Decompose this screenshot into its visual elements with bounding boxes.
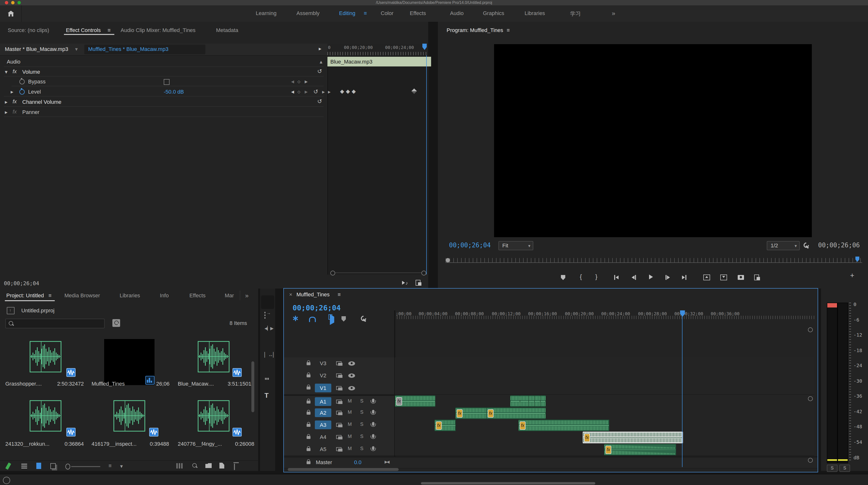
- step-back-button[interactable]: [631, 270, 636, 284]
- timeline-ruler[interactable]: ;00;00 00;00;04;00 00;00;08;00 00;00;12;…: [395, 310, 814, 319]
- mute-button[interactable]: M: [347, 409, 352, 415]
- sync-lock-icon[interactable]: [336, 400, 341, 403]
- audio-clip[interactable]: [583, 432, 683, 443]
- new-bin-icon[interactable]: [206, 463, 212, 468]
- type-tool[interactable]: T: [265, 391, 271, 398]
- track-lane-v1[interactable]: [395, 382, 814, 395]
- item-name[interactable]: Muffled_Tines: [92, 381, 137, 387]
- comparison-view-button[interactable]: [754, 270, 759, 284]
- lift-button[interactable]: [703, 270, 710, 284]
- program-menu-icon[interactable]: [507, 27, 510, 33]
- workspace-menu-icon[interactable]: [364, 10, 367, 16]
- selection-tool[interactable]: [265, 297, 271, 304]
- track-header-v3[interactable]: V3: [284, 358, 394, 370]
- freeform-view-icon[interactable]: [51, 463, 56, 469]
- program-video-frame[interactable]: [494, 44, 812, 237]
- bypass-next-keyframe-icon[interactable]: ▶: [305, 80, 308, 84]
- channel-volume-expand-icon[interactable]: [5, 99, 7, 105]
- track-lane-a2[interactable]: [395, 407, 814, 420]
- close-tab-icon[interactable]: ×: [289, 291, 292, 297]
- track-lane-a5[interactable]: [395, 443, 814, 456]
- lock-icon[interactable]: [307, 412, 310, 415]
- find-icon[interactable]: [192, 463, 197, 467]
- step-forward-button[interactable]: [665, 270, 670, 284]
- level-reset-icon[interactable]: [313, 88, 318, 95]
- mute-button[interactable]: M: [347, 398, 352, 403]
- lock-icon[interactable]: [307, 401, 310, 403]
- home-button[interactable]: [0, 5, 22, 22]
- snap-icon[interactable]: [309, 317, 316, 322]
- extract-button[interactable]: [720, 270, 727, 284]
- audio-waveform-thumbnail[interactable]: [30, 341, 62, 372]
- workspace-tab-editing[interactable]: Editing: [339, 10, 355, 16]
- workspace-tab-color[interactable]: Color: [381, 10, 394, 16]
- keyframe-icon[interactable]: [346, 88, 350, 94]
- fx-badge-icon[interactable]: [520, 422, 526, 430]
- search-bin-icon[interactable]: [113, 319, 120, 327]
- track-visibility-eye-icon[interactable]: [348, 386, 355, 391]
- sync-lock-icon[interactable]: [336, 386, 341, 390]
- new-item-icon[interactable]: [219, 463, 224, 468]
- track-visibility-eye-icon[interactable]: [348, 361, 355, 366]
- volume-fx-icon[interactable]: fx: [12, 68, 17, 74]
- audio-clip[interactable]: [520, 395, 529, 407]
- workspace-tab-xuexi[interactable]: 学习: [570, 10, 581, 18]
- list-view-icon[interactable]: [21, 464, 27, 468]
- scrub-handle[interactable]: [445, 258, 450, 262]
- workspace-tab-libraries[interactable]: Libraries: [525, 10, 545, 16]
- audio-waveform-thumbnail[interactable]: [197, 341, 229, 372]
- bin-name[interactable]: Untitled.prproj: [21, 308, 55, 313]
- audio-clip[interactable]: [434, 420, 456, 431]
- go-to-out-button[interactable]: [682, 270, 686, 284]
- tab-project[interactable]: Project: Untitled: [6, 292, 44, 298]
- voiceover-mic-icon[interactable]: [372, 410, 374, 414]
- zoom-slider-handle[interactable]: [65, 464, 70, 469]
- slip-tool[interactable]: ▏↔▏: [265, 352, 271, 359]
- voiceover-mic-icon[interactable]: [372, 434, 374, 438]
- workspace-tab-assembly[interactable]: Assembly: [297, 10, 319, 16]
- master-clip-label[interactable]: Master * Blue_Macaw.mp3: [5, 46, 68, 52]
- track-target-a5[interactable]: A5: [315, 445, 331, 454]
- tab-metadata[interactable]: Metadata: [216, 27, 238, 33]
- audio-clip[interactable]: [534, 395, 540, 407]
- program-scrub-bar[interactable]: [445, 258, 862, 263]
- audio-clip[interactable]: [510, 395, 520, 407]
- track-target-a1[interactable]: A1: [315, 397, 331, 406]
- mark-in-button[interactable]: {: [580, 270, 582, 283]
- clip-indicator-left[interactable]: [827, 303, 837, 308]
- item-name[interactable]: 416179__inspect...: [92, 441, 138, 447]
- solo-button[interactable]: S: [359, 409, 365, 415]
- ec-mini-ruler[interactable]: 0 00;00;20;00 00;00;24;00: [328, 44, 428, 55]
- add-marker-button[interactable]: [561, 270, 565, 284]
- timeline-add-marker-icon[interactable]: [341, 316, 346, 321]
- fx-badge-icon[interactable]: [584, 434, 590, 442]
- go-to-in-button[interactable]: [614, 270, 619, 284]
- tab-program[interactable]: Program: Muffled_Tines: [446, 27, 503, 33]
- voiceover-mic-icon[interactable]: [372, 446, 374, 450]
- ec-section-collapse-icon[interactable]: [320, 59, 322, 65]
- fx-badge-icon[interactable]: [606, 446, 611, 454]
- item-name[interactable]: 240776__f4ngy_...: [178, 441, 222, 447]
- track-lane-a3[interactable]: [395, 419, 814, 432]
- track-target-a3[interactable]: A3: [315, 421, 331, 429]
- pen-tool[interactable]: [265, 365, 271, 372]
- tab-audio-clip-mixer[interactable]: Audio Clip Mixer: Muffled_Tines: [121, 27, 195, 33]
- project-menu-icon[interactable]: [49, 292, 52, 298]
- channel-volume-fx-icon[interactable]: fx: [12, 98, 17, 104]
- sort-chevron-icon[interactable]: [120, 463, 123, 469]
- audio-clip[interactable]: [528, 395, 535, 407]
- bypass-checkbox[interactable]: [164, 79, 169, 85]
- lock-icon[interactable]: [307, 362, 310, 365]
- audio-clip[interactable]: [395, 395, 435, 407]
- track-header-v1[interactable]: V1: [284, 382, 394, 395]
- fx-badge-icon[interactable]: [457, 409, 463, 418]
- bottom-scrollbar[interactable]: [421, 482, 595, 485]
- level-value[interactable]: -50.0 dB: [164, 89, 184, 94]
- track-header-a1[interactable]: A1 M S: [284, 395, 394, 408]
- fx-badge-icon[interactable]: [396, 397, 402, 405]
- fx-badge-icon[interactable]: [436, 422, 442, 430]
- sequence-clip-box[interactable]: Muffled_Tines * Blue_Macaw.mp3: [84, 45, 206, 54]
- search-input[interactable]: [5, 319, 104, 329]
- solo-button[interactable]: S: [359, 398, 365, 403]
- bypass-prev-keyframe-icon[interactable]: ◀: [291, 80, 294, 84]
